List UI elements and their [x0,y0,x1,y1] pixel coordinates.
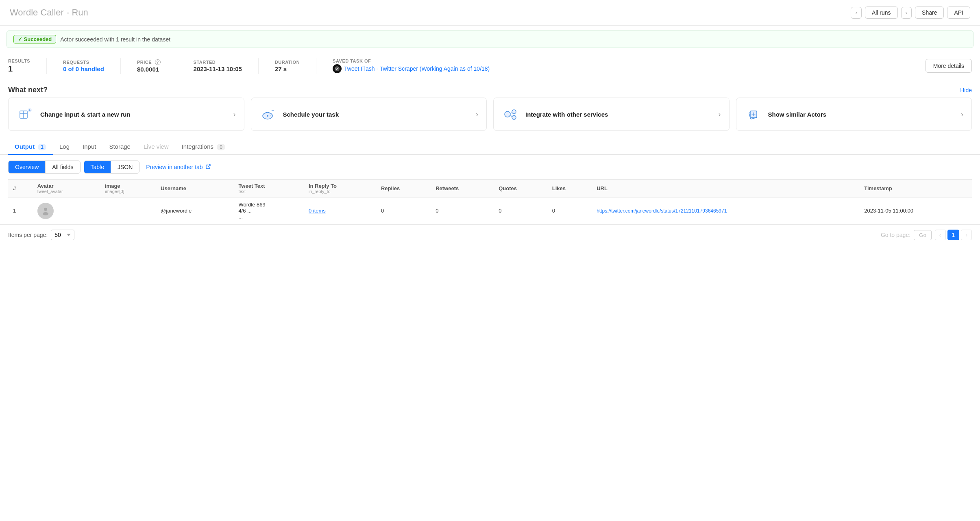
change-input-card[interactable]: Change input & start a new run › [8,98,244,131]
more-details-button[interactable]: More details [926,59,972,73]
tab-log[interactable]: Log [53,139,76,155]
page-1-button[interactable]: 1 [947,230,960,240]
svg-point-4 [267,115,268,117]
tab-output[interactable]: Output 1 [8,139,53,155]
integrate-card[interactable]: Integrate with other services › [493,98,730,131]
output-controls: Overview All fields Table JSON Preview i… [0,155,980,179]
cell-retweets: 0 [431,198,494,224]
stat-saved-task: SAVED TASK OF Tweet Flash - Twitter Scra… [333,59,490,73]
col-retweets: Retweets [431,180,494,198]
table-button[interactable]: Table [84,161,111,173]
cell-image [100,198,156,224]
integrations-badge: 0 [217,144,225,150]
page-nav: ‹ 1 › [935,230,972,240]
json-button[interactable]: JSON [111,161,139,173]
page-title: Wordle Caller - Run [10,7,88,18]
external-link-icon [205,164,211,171]
api-button[interactable]: API [947,7,970,19]
schedule-icon [259,105,277,123]
prev-run-button[interactable]: ‹ [851,7,861,19]
header-actions: ‹ All runs › Share API [851,7,970,19]
per-page-select[interactable]: 10 20 50 100 [51,230,74,240]
action-cards: Change input & start a new run › Schedul… [0,98,980,139]
schedule-label: Schedule your task [283,111,470,118]
stat-divider-3 [177,58,177,74]
tab-storage[interactable]: Storage [102,139,137,155]
schedule-card[interactable]: Schedule your task › [251,98,487,131]
integrate-label: Integrate with other services [525,111,713,118]
view-button-group: Overview All fields [8,161,81,174]
started-label: STARTED [194,60,242,65]
svg-point-6 [512,110,516,114]
task-icon [333,64,342,73]
requests-label: REQUESTS [63,60,104,65]
what-next-title: What next? [8,86,48,94]
cell-num: 1 [8,198,33,224]
tab-input[interactable]: Input [76,139,102,155]
svg-line-9 [510,115,512,117]
col-num: # [8,180,33,198]
next-run-button[interactable]: › [901,7,912,19]
cell-likes: 0 [547,198,592,224]
stat-divider-5 [316,58,316,74]
page-header: Wordle Caller - Run ‹ All runs › Share A… [0,0,980,26]
col-url: URL [592,180,859,198]
tweet-ellipsis[interactable]: ... [238,214,299,220]
integrate-icon [502,105,520,123]
col-replies: Replies [376,180,431,198]
box-icon [17,105,35,123]
table-row: 1 @janewordle Wordle 8694/6 ... ... [8,198,972,224]
col-in-reply-to: In Reply To in_reply_to [304,180,376,198]
svg-point-12 [44,208,47,211]
price-help-icon[interactable]: ? [155,59,161,65]
col-username: Username [156,180,233,198]
output-badge: 1 [38,144,46,150]
next-page-button[interactable]: › [961,230,972,240]
tabs-row: Output 1 Log Input Storage Live view Int… [0,139,980,155]
cell-avatar [33,198,100,224]
hide-button[interactable]: Hide [960,87,972,93]
tweet-url-link[interactable]: https://twitter.com/janewordle/status/17… [597,208,727,214]
success-banner: ✓ Succeeded Actor succeeded with 1 resul… [7,30,973,48]
tab-live-view: Live view [137,139,175,155]
saved-task-label: SAVED TASK OF [333,59,490,63]
overview-button[interactable]: Overview [9,161,46,173]
actor-name: Wordle Caller [10,7,64,17]
cell-username: @janewordle [156,198,233,224]
similar-actors-card[interactable]: Show similar Actors › [736,98,972,131]
svg-point-13 [43,212,48,215]
all-fields-button[interactable]: All fields [46,161,80,173]
price-value: $0.0001 [137,66,161,73]
go-page-button[interactable]: Go [914,230,932,240]
svg-point-7 [512,115,516,119]
stat-results: RESULTS 1 [8,59,30,74]
prev-page-button[interactable]: ‹ [935,230,946,240]
in-reply-to-link[interactable]: 0 items [309,208,326,214]
preview-tab-link[interactable]: Preview in another tab [146,164,211,171]
svg-line-8 [510,113,512,113]
saved-task-row: Tweet Flash - Twitter Scraper (Working A… [333,64,490,73]
stat-price: PRICE ? $0.0001 [137,59,161,73]
similar-actors-label: Show similar Actors [768,111,956,118]
stat-divider-1 [46,58,47,74]
col-image: image images[0] [100,180,156,198]
stat-duration: DURATION 27 s [275,60,300,72]
success-badge: ✓ Succeeded [13,35,56,43]
tweet-content: Wordle 8694/6 ... [238,202,299,214]
data-table: # Avatar tweet_avatar image images[0] Us… [8,179,972,224]
cell-timestamp: 2023-11-05 11:00:00 [859,198,972,224]
title-separator: - [66,7,72,17]
results-value: 1 [8,64,30,74]
all-runs-button[interactable]: All runs [865,7,898,19]
saved-task-link[interactable]: Tweet Flash - Twitter Scraper (Working A… [344,65,490,72]
table-header: # Avatar tweet_avatar image images[0] Us… [8,180,972,198]
success-message: Actor succeeded with 1 result in the dat… [60,36,170,43]
cell-quotes: 0 [494,198,547,224]
col-likes: Likes [547,180,592,198]
stat-requests: REQUESTS 0 of 0 handled [63,60,104,72]
table-body: 1 @janewordle Wordle 8694/6 ... ... [8,198,972,224]
cell-url: https://twitter.com/janewordle/status/17… [592,198,859,224]
share-button[interactable]: Share [915,7,944,19]
integrate-arrow: › [719,110,721,119]
tab-integrations[interactable]: Integrations 0 [175,139,232,155]
